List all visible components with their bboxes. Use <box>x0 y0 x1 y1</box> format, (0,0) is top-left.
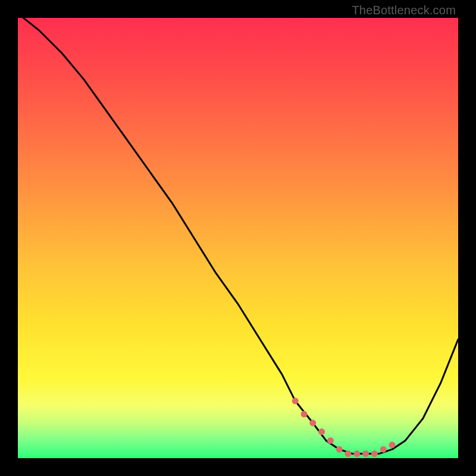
watermark-text: TheBottleneck.com <box>352 4 456 17</box>
curve-marker <box>362 450 369 457</box>
curve-marker <box>353 450 360 457</box>
curve-marker <box>380 446 387 453</box>
curve-marker <box>318 428 325 435</box>
chart-frame: TheBottleneck.com <box>0 0 476 476</box>
bottleneck-curve-path <box>18 18 458 454</box>
curve-marker <box>345 450 352 457</box>
plot-area <box>18 18 458 458</box>
curve-marker <box>309 419 316 426</box>
curve-marker <box>371 450 378 457</box>
curve-marker <box>336 446 343 453</box>
marker-group <box>292 397 396 457</box>
curve-marker <box>389 441 396 448</box>
curve-marker <box>327 437 334 444</box>
curve-marker <box>292 397 299 404</box>
curve-svg <box>18 18 458 458</box>
curve-marker <box>301 411 308 418</box>
